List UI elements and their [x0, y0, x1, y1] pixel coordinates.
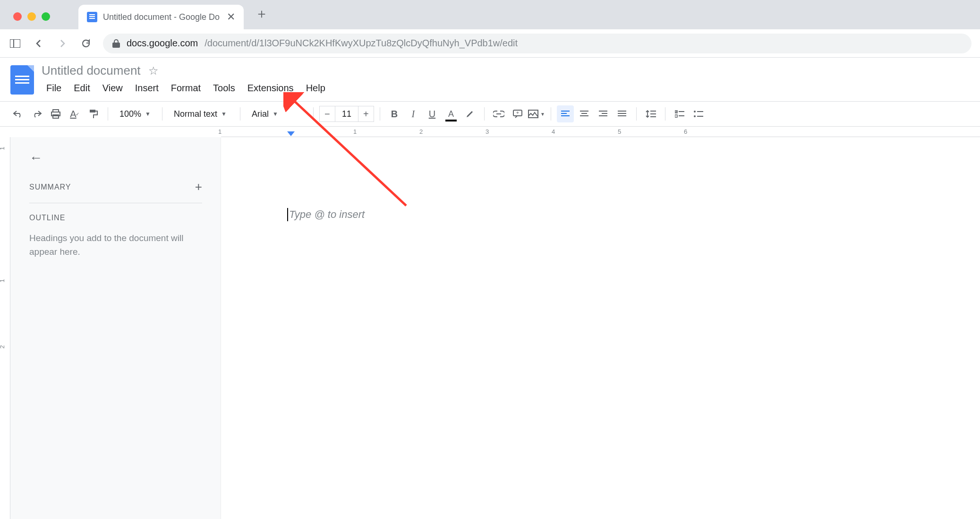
url-field[interactable]: docs.google.com/document/d/1l3OF9uNCk2KH…	[103, 34, 971, 53]
menu-tools[interactable]: Tools	[208, 80, 240, 96]
image-button[interactable]: ▼	[528, 105, 545, 122]
horizontal-ruler[interactable]: 1 1 2 3 4 5 6	[221, 127, 980, 137]
menu-extensions[interactable]: Extensions	[243, 80, 298, 96]
vertical-ruler[interactable]: 1 1 2	[0, 137, 10, 519]
undo-button[interactable]	[9, 105, 26, 122]
menu-file[interactable]: File	[42, 80, 66, 96]
align-justify-button[interactable]	[614, 105, 631, 122]
add-summary-button[interactable]: +	[195, 180, 202, 194]
collapse-outline-icon[interactable]: ←	[29, 150, 43, 165]
bold-button[interactable]: B	[386, 105, 403, 122]
text-color-button[interactable]: A	[443, 105, 460, 122]
line-spacing-button[interactable]	[642, 105, 659, 122]
url-host: docs.google.com	[127, 38, 198, 49]
link-button[interactable]	[490, 105, 507, 122]
summary-heading: SUMMARY	[29, 183, 71, 191]
italic-button[interactable]: I	[405, 105, 422, 122]
outline-panel: ← SUMMARY + OUTLINE Headings you add to …	[10, 137, 221, 519]
menu-edit[interactable]: Edit	[69, 80, 94, 96]
svg-text:+: +	[516, 110, 519, 115]
reload-button[interactable]	[79, 37, 93, 50]
svg-point-28	[694, 111, 696, 112]
font-select[interactable]: Arial▼	[246, 105, 307, 122]
lock-icon	[112, 39, 120, 48]
redo-button[interactable]	[28, 105, 45, 122]
spellcheck-button[interactable]: A✓	[66, 105, 83, 122]
url-path: /document/d/1l3OF9uNCk2KHfKwyXUpzTu8zQlc…	[205, 38, 518, 49]
address-bar: docs.google.com/document/d/1l3OF9uNCk2KH…	[0, 29, 980, 58]
toolbar: A✓ 100%▼ Normal text▼ Arial▼ − + B I U A…	[0, 101, 980, 127]
font-size-increase[interactable]: +	[358, 106, 374, 122]
bullet-list-button[interactable]	[690, 105, 707, 122]
docs-header: Untitled document ☆ File Edit View Inser…	[0, 58, 980, 96]
close-window-button[interactable]	[13, 12, 22, 21]
zoom-select[interactable]: 100%▼	[114, 105, 156, 122]
browser-tab[interactable]: Untitled document - Google Do ✕	[78, 5, 244, 29]
indent-marker-icon[interactable]	[287, 131, 295, 136]
align-center-button[interactable]	[576, 105, 593, 122]
comment-button[interactable]: +	[509, 105, 526, 122]
font-size-input[interactable]	[335, 106, 358, 122]
menu-bar: File Edit View Insert Format Tools Exten…	[42, 80, 330, 96]
svg-point-30	[694, 115, 696, 117]
star-icon[interactable]: ☆	[148, 64, 159, 78]
font-size-group: − +	[319, 106, 374, 122]
menu-help[interactable]: Help	[301, 80, 330, 96]
window-controls	[0, 12, 50, 29]
align-right-button[interactable]	[595, 105, 612, 122]
maximize-window-button[interactable]	[42, 12, 50, 21]
outline-empty-message: Headings you add to the document will ap…	[29, 232, 202, 259]
svg-rect-5	[90, 110, 95, 112]
menu-view[interactable]: View	[98, 80, 128, 96]
docs-logo-icon[interactable]	[10, 65, 34, 95]
align-left-button[interactable]	[557, 105, 574, 122]
style-select[interactable]: Normal text▼	[168, 105, 234, 122]
checklist-button[interactable]	[671, 105, 688, 122]
svg-rect-0	[10, 39, 20, 48]
new-tab-button[interactable]: ＋	[255, 5, 268, 23]
menu-insert[interactable]: Insert	[130, 80, 163, 96]
close-tab-icon[interactable]: ✕	[227, 11, 235, 23]
minimize-window-button[interactable]	[27, 12, 36, 21]
content-area: 1 1 2 ← SUMMARY + OUTLINE Headings you a…	[0, 137, 980, 519]
paint-format-button[interactable]	[85, 105, 102, 122]
document-page[interactable]: Type @ to insert	[221, 137, 980, 519]
highlight-button[interactable]	[461, 105, 478, 122]
document-title[interactable]: Untitled document	[42, 63, 141, 78]
text-cursor	[287, 208, 288, 221]
svg-rect-26	[675, 115, 677, 117]
back-button[interactable]	[32, 37, 45, 50]
docs-favicon-icon	[87, 12, 97, 22]
sidebar-toggle-icon[interactable]	[9, 37, 22, 50]
editor-placeholder: Type @ to insert	[289, 208, 365, 221]
print-button[interactable]	[47, 105, 64, 122]
menu-format[interactable]: Format	[166, 80, 205, 96]
forward-button	[56, 37, 69, 50]
underline-button[interactable]: U	[424, 105, 441, 122]
tab-title: Untitled document - Google Do	[103, 12, 221, 22]
outline-heading: OUTLINE	[29, 214, 202, 222]
font-size-decrease[interactable]: −	[319, 106, 335, 122]
browser-tab-strip: Untitled document - Google Do ✕ ＋	[0, 0, 980, 29]
